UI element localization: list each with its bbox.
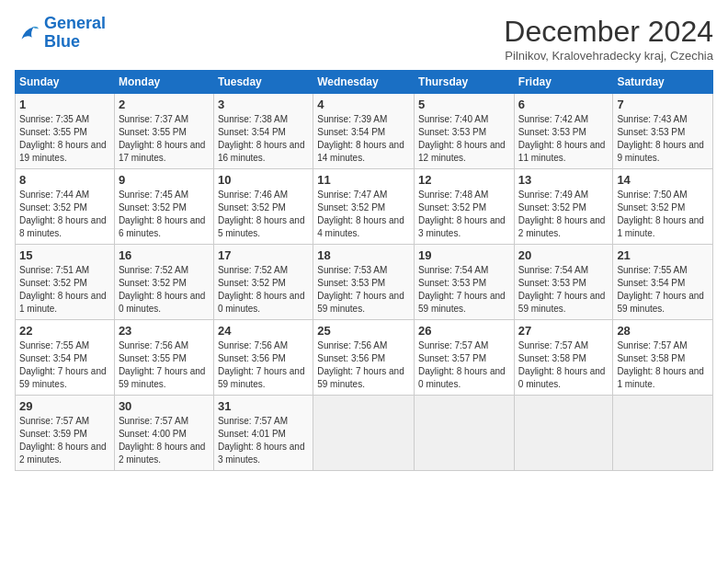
day-info: Sunrise: 7:38 AMSunset: 3:54 PMDaylight:…	[218, 113, 309, 165]
table-row	[313, 396, 415, 471]
table-row: 18Sunrise: 7:53 AMSunset: 3:53 PMDayligh…	[313, 245, 415, 320]
day-number: 17	[218, 248, 309, 262]
table-row: 7Sunrise: 7:43 AMSunset: 3:53 PMDaylight…	[613, 94, 713, 169]
calendar-week-row: 22Sunrise: 7:55 AMSunset: 3:54 PMDayligh…	[16, 320, 713, 396]
day-info: Sunrise: 7:57 AMSunset: 3:59 PMDaylight:…	[19, 415, 110, 466]
day-info: Sunrise: 7:57 AMSunset: 3:58 PMDaylight:…	[617, 339, 709, 391]
day-number: 11	[317, 173, 410, 187]
table-row: 8Sunrise: 7:44 AMSunset: 3:52 PMDaylight…	[16, 169, 115, 245]
page-header: General Blue December 2024 Pilnikov, Kra…	[15, 15, 713, 63]
table-row: 23Sunrise: 7:56 AMSunset: 3:55 PMDayligh…	[114, 320, 213, 396]
table-row: 1Sunrise: 7:35 AMSunset: 3:55 PMDaylight…	[16, 94, 115, 169]
day-number: 27	[518, 324, 609, 338]
day-info: Sunrise: 7:40 AMSunset: 3:53 PMDaylight:…	[418, 113, 510, 165]
day-number: 31	[218, 399, 309, 413]
day-number: 16	[119, 248, 210, 262]
day-info: Sunrise: 7:44 AMSunset: 3:52 PMDaylight:…	[19, 189, 110, 240]
day-number: 4	[317, 98, 410, 111]
day-info: Sunrise: 7:55 AMSunset: 3:54 PMDaylight:…	[617, 264, 709, 316]
table-row: 6Sunrise: 7:42 AMSunset: 3:53 PMDaylight…	[514, 94, 613, 169]
calendar-week-row: 15Sunrise: 7:51 AMSunset: 3:52 PMDayligh…	[16, 245, 713, 320]
day-number: 13	[518, 173, 609, 187]
day-number: 23	[119, 324, 210, 338]
day-info: Sunrise: 7:45 AMSunset: 3:52 PMDaylight:…	[119, 189, 210, 240]
month-year-title: December 2024	[504, 15, 713, 49]
table-row: 21Sunrise: 7:55 AMSunset: 3:54 PMDayligh…	[613, 245, 713, 320]
table-row: 30Sunrise: 7:57 AMSunset: 4:00 PMDayligh…	[114, 396, 213, 471]
location-subtitle: Pilnikov, Kralovehradecky kraj, Czechia	[504, 49, 713, 63]
day-info: Sunrise: 7:55 AMSunset: 3:54 PMDaylight:…	[19, 339, 110, 391]
day-number: 12	[418, 173, 510, 187]
weekday-header-row: Sunday Monday Tuesday Wednesday Thursday…	[16, 71, 713, 94]
day-number: 24	[218, 324, 309, 338]
header-thursday: Thursday	[415, 71, 515, 94]
day-info: Sunrise: 7:37 AMSunset: 3:55 PMDaylight:…	[119, 113, 210, 165]
table-row: 26Sunrise: 7:57 AMSunset: 3:57 PMDayligh…	[415, 320, 515, 396]
day-info: Sunrise: 7:43 AMSunset: 3:53 PMDaylight:…	[617, 113, 709, 165]
day-number: 2	[119, 98, 210, 111]
table-row: 24Sunrise: 7:56 AMSunset: 3:56 PMDayligh…	[213, 320, 313, 396]
day-info: Sunrise: 7:56 AMSunset: 3:56 PMDaylight:…	[218, 339, 309, 391]
table-row: 28Sunrise: 7:57 AMSunset: 3:58 PMDayligh…	[613, 320, 713, 396]
day-number: 7	[617, 98, 709, 111]
day-info: Sunrise: 7:47 AMSunset: 3:52 PMDaylight:…	[317, 189, 410, 240]
day-number: 5	[418, 98, 510, 111]
table-row: 31Sunrise: 7:57 AMSunset: 4:01 PMDayligh…	[213, 396, 313, 471]
table-row: 3Sunrise: 7:38 AMSunset: 3:54 PMDaylight…	[213, 94, 313, 169]
day-info: Sunrise: 7:57 AMSunset: 4:01 PMDaylight:…	[218, 415, 309, 466]
table-row: 16Sunrise: 7:52 AMSunset: 3:52 PMDayligh…	[114, 245, 213, 320]
day-number: 3	[218, 98, 309, 111]
day-number: 20	[518, 248, 609, 262]
day-info: Sunrise: 7:53 AMSunset: 3:53 PMDaylight:…	[317, 264, 410, 316]
header-friday: Friday	[514, 71, 613, 94]
title-block: December 2024 Pilnikov, Kralovehradecky …	[504, 15, 713, 63]
table-row: 11Sunrise: 7:47 AMSunset: 3:52 PMDayligh…	[313, 169, 415, 245]
day-info: Sunrise: 7:57 AMSunset: 3:57 PMDaylight:…	[418, 339, 510, 391]
day-info: Sunrise: 7:52 AMSunset: 3:52 PMDaylight:…	[119, 264, 210, 316]
calendar-week-row: 29Sunrise: 7:57 AMSunset: 3:59 PMDayligh…	[16, 396, 713, 471]
header-saturday: Saturday	[613, 71, 713, 94]
day-number: 1	[19, 98, 110, 111]
day-number: 15	[19, 248, 110, 262]
day-info: Sunrise: 7:57 AMSunset: 3:58 PMDaylight:…	[518, 339, 609, 391]
day-number: 30	[119, 399, 210, 413]
day-info: Sunrise: 7:39 AMSunset: 3:54 PMDaylight:…	[317, 113, 410, 165]
day-number: 28	[617, 324, 709, 338]
logo: General Blue	[15, 15, 106, 52]
day-info: Sunrise: 7:54 AMSunset: 3:53 PMDaylight:…	[518, 264, 609, 316]
day-number: 10	[218, 173, 309, 187]
day-number: 26	[418, 324, 510, 338]
day-info: Sunrise: 7:57 AMSunset: 4:00 PMDaylight:…	[119, 415, 210, 466]
header-sunday: Sunday	[16, 71, 115, 94]
day-number: 25	[317, 324, 410, 338]
table-row: 17Sunrise: 7:52 AMSunset: 3:52 PMDayligh…	[213, 245, 313, 320]
table-row: 10Sunrise: 7:46 AMSunset: 3:52 PMDayligh…	[213, 169, 313, 245]
day-number: 6	[518, 98, 609, 111]
header-tuesday: Tuesday	[213, 71, 313, 94]
table-row: 14Sunrise: 7:50 AMSunset: 3:52 PMDayligh…	[613, 169, 713, 245]
day-info: Sunrise: 7:56 AMSunset: 3:55 PMDaylight:…	[119, 339, 210, 391]
table-row: 29Sunrise: 7:57 AMSunset: 3:59 PMDayligh…	[16, 396, 115, 471]
day-info: Sunrise: 7:52 AMSunset: 3:52 PMDaylight:…	[218, 264, 309, 316]
calendar-week-row: 1Sunrise: 7:35 AMSunset: 3:55 PMDaylight…	[16, 94, 713, 169]
table-row: 13Sunrise: 7:49 AMSunset: 3:52 PMDayligh…	[514, 169, 613, 245]
table-row: 12Sunrise: 7:48 AMSunset: 3:52 PMDayligh…	[415, 169, 515, 245]
table-row	[415, 396, 515, 471]
day-number: 18	[317, 248, 410, 262]
day-info: Sunrise: 7:48 AMSunset: 3:52 PMDaylight:…	[418, 189, 510, 240]
calendar-table: Sunday Monday Tuesday Wednesday Thursday…	[15, 70, 713, 471]
day-number: 21	[617, 248, 709, 262]
header-wednesday: Wednesday	[313, 71, 415, 94]
day-info: Sunrise: 7:46 AMSunset: 3:52 PMDaylight:…	[218, 189, 309, 240]
day-info: Sunrise: 7:56 AMSunset: 3:56 PMDaylight:…	[317, 339, 410, 391]
table-row: 19Sunrise: 7:54 AMSunset: 3:53 PMDayligh…	[415, 245, 515, 320]
day-info: Sunrise: 7:35 AMSunset: 3:55 PMDaylight:…	[19, 113, 110, 165]
day-info: Sunrise: 7:51 AMSunset: 3:52 PMDaylight:…	[19, 264, 110, 316]
day-number: 22	[19, 324, 110, 338]
day-number: 8	[19, 173, 110, 187]
logo-icon	[15, 20, 40, 46]
day-info: Sunrise: 7:49 AMSunset: 3:52 PMDaylight:…	[518, 189, 609, 240]
logo-text-blue: Blue	[44, 32, 80, 51]
table-row: 27Sunrise: 7:57 AMSunset: 3:58 PMDayligh…	[514, 320, 613, 396]
table-row: 5Sunrise: 7:40 AMSunset: 3:53 PMDaylight…	[415, 94, 515, 169]
